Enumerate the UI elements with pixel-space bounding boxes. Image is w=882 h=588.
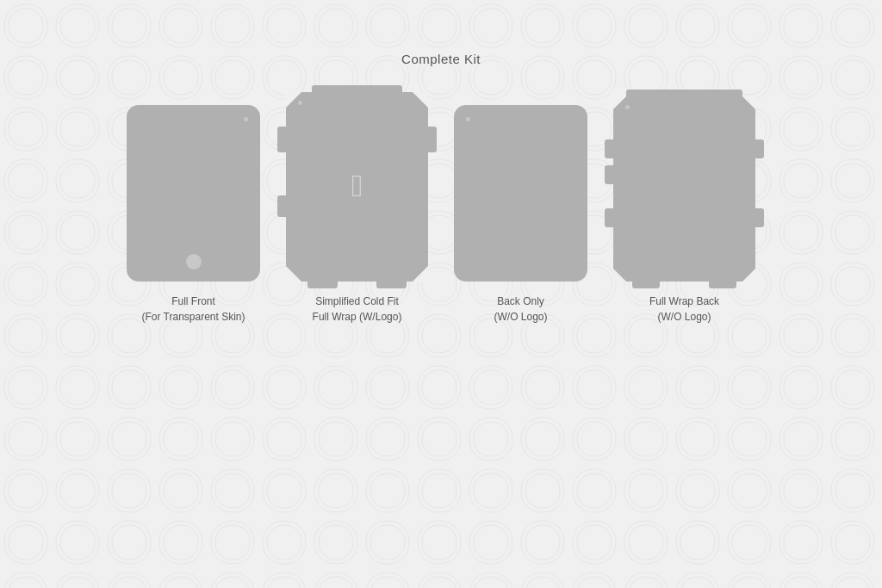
tab-top xyxy=(312,85,402,92)
apple-logo-icon:  xyxy=(351,170,363,201)
skin-shape-wrap:  xyxy=(286,92,428,282)
skin-item-simplified-wrap:  Simplified Cold Fit Full Wrap (W/Logo) xyxy=(286,92,428,325)
tab-bottom xyxy=(307,282,338,288)
tab-right xyxy=(428,127,437,152)
skin-shape-back xyxy=(454,105,587,282)
wrap-back-tab-right2 xyxy=(755,208,764,227)
skin-label-full-front: Full Front (For Transparent Skin) xyxy=(141,294,245,325)
skin-item-full-front: Full Front (For Transparent Skin) xyxy=(127,105,260,325)
tab-left2 xyxy=(277,195,286,217)
wrap-back-tab-left xyxy=(605,139,613,158)
skin-shape-wrap-back xyxy=(613,96,755,282)
corner-notch-tl xyxy=(286,92,301,108)
tab-bottom2 xyxy=(376,282,407,288)
skin-item-full-wrap-back: Full Wrap Back (W/O Logo) xyxy=(613,96,755,325)
skin-item-back-only: Back Only (W/O Logo) xyxy=(454,105,587,325)
skin-shape-full-front xyxy=(127,105,260,282)
wrap-back-tab-left3 xyxy=(605,208,613,227)
skin-label-back: Back Only (W/O Logo) xyxy=(494,294,547,325)
wrap-back-tab-right xyxy=(755,139,764,158)
tab-left xyxy=(277,127,286,152)
wrap-back-corner-bl xyxy=(613,269,626,282)
corner-notch-tr xyxy=(413,92,428,108)
wrap-back-tab-top xyxy=(626,90,742,96)
wrap-back-tab-left2 xyxy=(605,165,613,184)
wrap-back-corner-tr xyxy=(742,96,755,109)
wrap-back-tab-bottom2 xyxy=(709,282,736,288)
skins-container: Full Front (For Transparent Skin)  Simp… xyxy=(127,92,755,325)
corner-notch-br xyxy=(413,266,428,282)
wrap-back-tab-bottom xyxy=(632,282,660,288)
wrap-back-corner-tl xyxy=(613,96,626,109)
page-title: Complete Kit xyxy=(401,52,481,66)
skin-label-wrap-back: Full Wrap Back (W/O Logo) xyxy=(649,294,719,325)
wrap-back-corner-br xyxy=(742,269,755,282)
skin-label-wrap: Simplified Cold Fit Full Wrap (W/Logo) xyxy=(313,294,402,325)
corner-notch-bl xyxy=(286,266,301,282)
